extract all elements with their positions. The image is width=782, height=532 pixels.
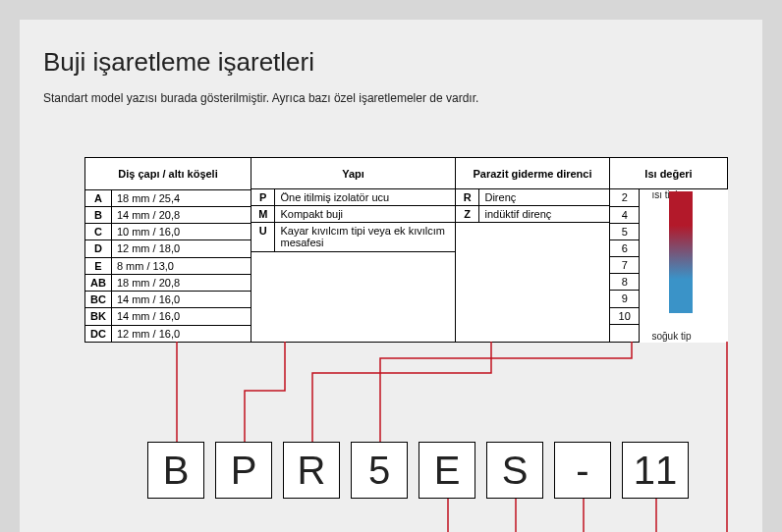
thread-val: 18 mm / 25,4: [111, 189, 251, 206]
code-char: B: [147, 442, 204, 499]
code-char: P: [215, 442, 272, 499]
code-char: S: [486, 442, 543, 499]
resistor-header: Parazit giderme direnci: [456, 158, 610, 189]
table-resistor: Parazit giderme direnci RDirenç Zindükti…: [456, 157, 610, 343]
thread-code: A: [85, 189, 112, 206]
example-code: B P R 5 E S - 11: [147, 442, 689, 499]
code-char: -: [554, 442, 611, 499]
table-heat: Isı değeri 2 ısı tipi soğuk tip 4 5 6 7 …: [610, 157, 728, 343]
heat-header: Isı değeri: [610, 158, 728, 189]
subtitle: Standart model yazısı burada gösterilmiş…: [43, 91, 739, 105]
construction-header: Yapı: [251, 158, 456, 189]
cold-label: soğuk tip: [651, 331, 691, 343]
table-construction: Yapı PÖne itilmiş izolatör ucu MKompakt …: [251, 157, 456, 343]
table-thread: Diş çapı / altı köşeli A18 mm / 25,4 B14…: [84, 157, 251, 343]
heat-gradient: [669, 191, 693, 313]
page-title: Buji işaretleme işaretleri: [43, 47, 739, 78]
code-char: 5: [351, 442, 408, 499]
code-char: 11: [622, 442, 689, 499]
code-char: E: [419, 442, 475, 499]
spec-tables: Diş çapı / altı köşeli A18 mm / 25,4 B14…: [84, 157, 728, 343]
code-char: R: [283, 442, 340, 499]
heat-gradient-cell: ısı tipi soğuk tip: [640, 189, 728, 343]
thread-header: Diş çapı / altı köşeli: [85, 158, 251, 190]
